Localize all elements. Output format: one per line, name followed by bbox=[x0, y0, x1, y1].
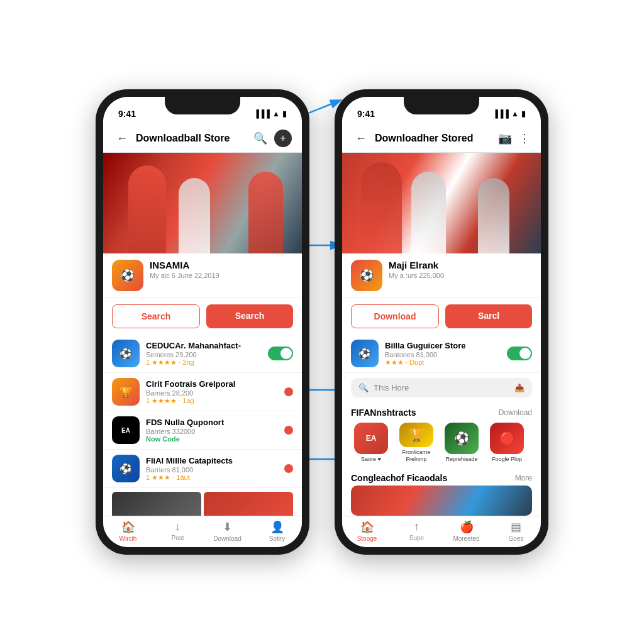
time-left: 9:41 bbox=[118, 109, 136, 119]
app-icon-left: ⚽ bbox=[112, 260, 143, 291]
featured-rating-right: ★★★ · Dupt bbox=[385, 358, 501, 367]
download-button[interactable]: Download bbox=[351, 304, 439, 328]
tab-bar-left: 🏠 Wircih ↓ Post ⬇ Download 👤 Sotiry bbox=[103, 516, 302, 547]
camera-button-right[interactable]: 📷 bbox=[496, 130, 514, 147]
app-grid-icon-3: ⚽ bbox=[445, 423, 479, 454]
list-item-info-2: Cirit Footrais Grelporal Barriers 28,200… bbox=[146, 379, 278, 405]
app-details-left: INSAMIA My alc 6 June 22,2019 bbox=[150, 260, 293, 279]
search-icon-right: 🔍 bbox=[358, 383, 369, 392]
app-grid-label-3: Reprehisade bbox=[445, 456, 477, 463]
toggle-2[interactable] bbox=[284, 387, 293, 396]
app-subtitle-right: My a :urs 225,000 bbox=[389, 272, 532, 279]
tab-post-label-left: Post bbox=[171, 535, 184, 541]
section-link-2-right[interactable]: More bbox=[515, 474, 532, 482]
add-button-left[interactable]: + bbox=[274, 130, 292, 147]
battery-icon-right: ▮ bbox=[521, 109, 526, 118]
app-name-right: Maji Elrank bbox=[389, 260, 532, 270]
list-item: EA FDS Nulla Quponort Barriers 332000 No… bbox=[103, 411, 302, 450]
list-item-info-3: FDS Nulla Quponort Barriers 332000 Now C… bbox=[146, 418, 278, 443]
tab-profile-left[interactable]: 👤 Sotiry bbox=[252, 520, 302, 542]
app-grid-icon-2: 🏆 bbox=[399, 423, 433, 447]
tab-store-label-right: Stooge bbox=[357, 535, 377, 542]
app-info-right: ⚽ Maji Elrank My a :urs 225,000 bbox=[342, 253, 541, 298]
phone-left: 9:41 ▐▐▐ ▲ ▮ ← Downloadball Store 🔍 + bbox=[96, 89, 309, 555]
list-icon-3: EA bbox=[112, 416, 140, 444]
featured-icon-right: ⚽ bbox=[351, 340, 379, 367]
featured-name-right: Billla Guguicer Store bbox=[385, 341, 501, 350]
wifi-icon-right: ▲ bbox=[511, 109, 519, 118]
more-icon-right: 🍎 bbox=[460, 520, 474, 534]
app-icon-right: ⚽ bbox=[351, 260, 382, 291]
battery-icon: ▮ bbox=[282, 109, 287, 118]
section-link-1-right[interactable]: Download bbox=[499, 408, 532, 417]
app-grid-icon-1: EA bbox=[354, 423, 388, 454]
list-item-badge-3: Now Code bbox=[146, 435, 278, 443]
search-outline-button[interactable]: Search bbox=[112, 304, 200, 328]
app-info-left: ⚽ INSAMIA My alc 6 June 22,2019 bbox=[103, 253, 302, 298]
search-filled-button-right[interactable]: Sarcl bbox=[445, 304, 532, 328]
more-button-right[interactable]: ⋮ bbox=[519, 131, 531, 145]
toggle-4[interactable] bbox=[284, 464, 293, 473]
tab-supe-right[interactable]: ↑ Supe bbox=[392, 520, 441, 542]
search-button-left[interactable]: 🔍 bbox=[252, 130, 269, 147]
back-button-left[interactable]: ← bbox=[113, 130, 131, 147]
search-filled-button[interactable]: Search bbox=[206, 304, 293, 328]
apps-grid-right: EA Saore ♥ 🏆 Fronlicarne Frelnmp ⚽ bbox=[342, 420, 541, 468]
app-grid-item-4[interactable]: 🔴 Foogle Plop bbox=[487, 423, 527, 463]
notch-left bbox=[165, 97, 240, 114]
signal-icon-right: ▐▐▐ bbox=[493, 109, 509, 118]
tab-supe-label-right: Supe bbox=[409, 535, 424, 541]
list-item: ⚽ FliAl Millle Catapitects Barriers 81,0… bbox=[103, 450, 302, 488]
app-grid-label-4: Foogle Plop bbox=[492, 456, 522, 463]
nav-bar-right: ← Downloadher Stored 📷 ⋮ bbox=[342, 125, 541, 153]
tab-more-right[interactable]: 🍎 Moreeted bbox=[441, 520, 491, 542]
notch-right bbox=[404, 97, 479, 114]
status-icons-right: ▐▐▐ ▲ ▮ bbox=[493, 109, 526, 118]
section-image-right bbox=[351, 486, 532, 516]
list-icon-4: ⚽ bbox=[112, 455, 140, 482]
list-item-info-1: CEDUCAr. Mahanahfact- Semeres 29,200 1 ★… bbox=[146, 341, 262, 367]
tab-store-right[interactable]: 🏠 Stooge bbox=[342, 520, 392, 542]
app-subtitle-left: My alc 6 June 22,2019 bbox=[150, 272, 293, 279]
tab-post-left[interactable]: ↓ Post bbox=[153, 520, 203, 542]
app-grid-item-3[interactable]: ⚽ Reprehisade bbox=[441, 423, 482, 463]
app-grid-label-1: Saore ♥ bbox=[361, 456, 381, 463]
app-grid-icon-4: 🔴 bbox=[490, 423, 524, 454]
app-grid-item-2[interactable]: 🏆 Fronlicarne Frelnmp bbox=[396, 423, 436, 463]
list-item-name-3: FDS Nulla Quponort bbox=[146, 418, 278, 427]
section-header-1-right: FIFANnshtracts Download bbox=[342, 402, 541, 420]
list-icon-2: 🏆 bbox=[112, 378, 140, 406]
list-item: ⚽ CEDUCAr. Mahanahfact- Semeres 29,200 1… bbox=[103, 335, 302, 373]
tab-home-left[interactable]: 🏠 Wircih bbox=[103, 520, 153, 542]
nav-bar-left: ← Downloadball Store 🔍 + bbox=[103, 125, 302, 153]
tab-download-left[interactable]: ⬇ Download bbox=[203, 520, 252, 542]
list-item-stars-4: 1 ★★★ · 1àut bbox=[146, 474, 278, 482]
supe-icon-right: ↑ bbox=[414, 520, 419, 533]
search-bar-right[interactable]: 🔍 This Hore 📤 bbox=[351, 378, 532, 397]
phones-container: 9:41 ▐▐▐ ▲ ▮ ← Downloadball Store 🔍 + bbox=[83, 77, 561, 567]
app-grid-item-1[interactable]: EA Saore ♥ bbox=[351, 423, 391, 463]
list-item-sub-2: Barriers 28,200 bbox=[146, 389, 278, 397]
screen-left: 9:41 ▐▐▐ ▲ ▮ ← Downloadball Store 🔍 + bbox=[103, 97, 302, 547]
list-item-stars-1: 1 ★★★★ · 2ng bbox=[146, 358, 262, 367]
toggle-featured[interactable] bbox=[507, 347, 532, 360]
list-item-sub-1: Semeres 29,200 bbox=[146, 351, 262, 358]
tab-home-label-left: Wircih bbox=[119, 535, 137, 542]
screen-right: 9:41 ▐▐▐ ▲ ▮ ← Downloadher Stored 📷 ⋮ bbox=[342, 97, 541, 547]
post-icon-left: ↓ bbox=[175, 520, 180, 533]
status-icons-left: ▐▐▐ ▲ ▮ bbox=[254, 109, 287, 118]
toggle-3[interactable] bbox=[284, 426, 293, 435]
list-item-name-2: Cirit Footrais Grelporal bbox=[146, 379, 278, 389]
download-icon-left: ⬇ bbox=[223, 520, 232, 534]
hero-soccer-left bbox=[103, 153, 302, 253]
back-button-right[interactable]: ← bbox=[352, 130, 370, 147]
section-header-2-right: Congleachof Ficaodals More bbox=[342, 468, 541, 486]
tab-more-label-right: Moreeted bbox=[453, 535, 479, 542]
app-name-left: INSAMIA bbox=[150, 260, 293, 270]
app-details-right: Maji Elrank My a :urs 225,000 bbox=[389, 260, 532, 279]
tab-goes-label-right: Goes bbox=[509, 535, 524, 542]
tab-goes-right[interactable]: ▤ Goes bbox=[491, 520, 541, 542]
toggle-1[interactable] bbox=[268, 347, 293, 360]
buttons-row-left: Search Search bbox=[103, 298, 302, 335]
signal-icon: ▐▐▐ bbox=[254, 109, 270, 118]
